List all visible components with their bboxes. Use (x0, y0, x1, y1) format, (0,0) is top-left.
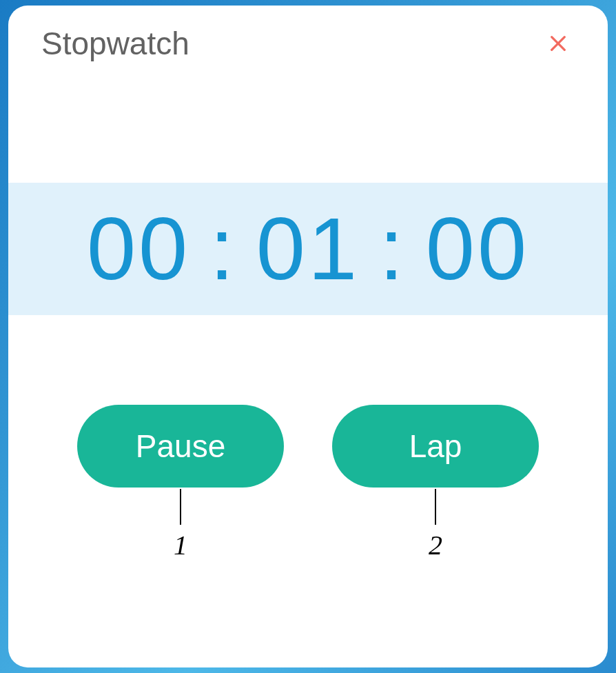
callout-line (180, 489, 181, 525)
pause-button-group: Pause 1 (77, 405, 284, 561)
stopwatch-card: Stopwatch 00 : 01 : 00 Pause 1 Lap 2 (8, 6, 608, 667)
time-seconds: 00 (426, 205, 529, 293)
pause-button[interactable]: Pause (77, 405, 284, 488)
callout-number: 2 (429, 529, 442, 561)
lap-button[interactable]: Lap (332, 405, 539, 488)
time-minutes: 01 (256, 205, 360, 293)
time-hours: 00 (87, 205, 190, 293)
header: Stopwatch (8, 6, 608, 62)
time-separator: : (379, 205, 407, 293)
lap-button-group: Lap 2 (332, 405, 539, 561)
close-icon (547, 32, 569, 54)
page-title: Stopwatch (41, 25, 189, 62)
time-separator: : (209, 205, 237, 293)
button-row: Pause 1 Lap 2 (8, 405, 608, 561)
time-display: 00 : 01 : 00 (8, 183, 608, 315)
close-button[interactable] (542, 27, 575, 60)
callout-number: 1 (174, 529, 187, 561)
callout-line (435, 489, 436, 525)
